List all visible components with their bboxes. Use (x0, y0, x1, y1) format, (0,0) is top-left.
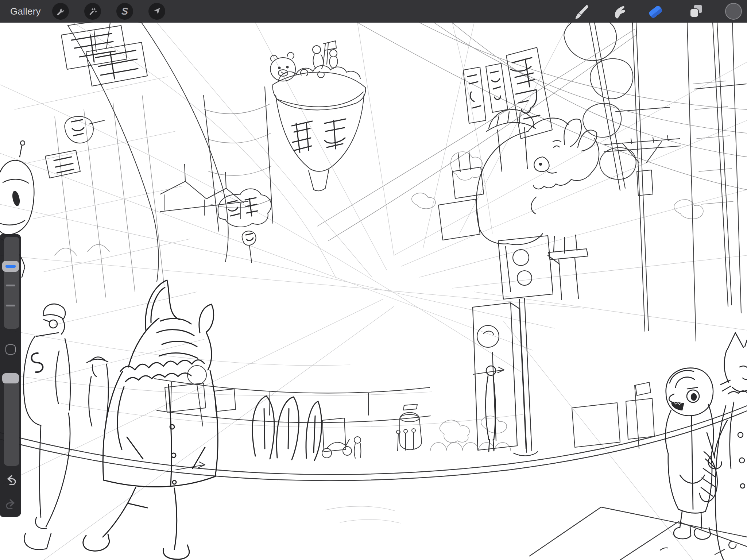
slider-tick (6, 305, 15, 306)
brush-size-slider[interactable] (4, 237, 19, 329)
undo-icon (4, 473, 18, 487)
opacity-slider[interactable] (4, 373, 19, 466)
redo-button[interactable] (4, 497, 18, 511)
selection-button[interactable]: S (116, 3, 133, 20)
top-toolbar: Gallery S (0, 0, 747, 23)
brush-size-handle[interactable] (2, 261, 19, 272)
arrow-cursor-icon (151, 6, 162, 17)
smudge-tool-button[interactable] (611, 3, 627, 20)
gallery-button[interactable]: Gallery (10, 0, 41, 23)
magic-wand-icon (87, 6, 98, 17)
eraser-tool-button[interactable] (647, 3, 664, 20)
layers-icon (688, 3, 704, 20)
layers-button[interactable] (688, 3, 704, 20)
undo-button[interactable] (4, 473, 18, 487)
transform-button[interactable] (148, 3, 165, 20)
color-swatch-button[interactable] (725, 3, 742, 20)
brush-sidebar (0, 234, 21, 517)
drawing-canvas[interactable] (0, 23, 747, 560)
slider-tick (6, 285, 15, 286)
brush-tool-button[interactable] (572, 3, 589, 20)
smudge-finger-icon (611, 3, 627, 20)
actions-button[interactable] (52, 3, 69, 20)
selection-s-icon: S (121, 6, 128, 17)
sketch-artwork (0, 23, 747, 560)
brush-size-accent-dash (5, 265, 16, 268)
opacity-handle[interactable] (2, 373, 19, 383)
brush-icon (572, 3, 589, 20)
eraser-icon (647, 3, 664, 20)
wrench-icon (55, 6, 66, 17)
modify-button[interactable] (5, 344, 16, 355)
adjustments-button[interactable] (84, 3, 101, 20)
redo-icon (4, 497, 18, 511)
